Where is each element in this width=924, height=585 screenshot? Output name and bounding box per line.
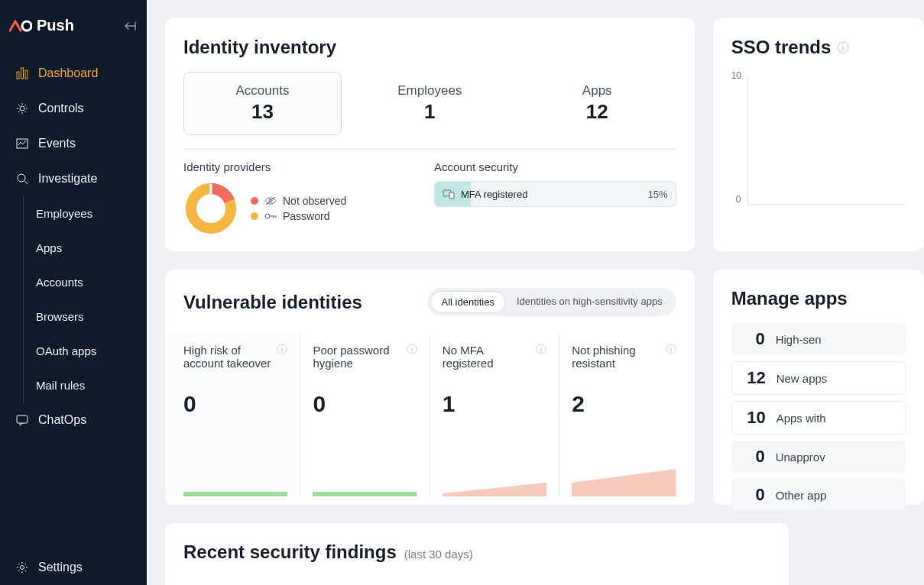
manage-row-high-sensitivity[interactable]: 0High-sen bbox=[731, 323, 906, 355]
sidebar-item-investigate[interactable]: Investigate bbox=[0, 161, 147, 196]
sidebar-item-oauth-apps[interactable]: OAuth apps bbox=[25, 334, 147, 368]
vuln-sparkline bbox=[313, 460, 417, 496]
manage-row-other-apps[interactable]: 0Other app bbox=[731, 479, 906, 511]
vuln-sparkline bbox=[572, 460, 676, 496]
card-title: Manage apps bbox=[731, 288, 906, 309]
logo-mark-icon bbox=[9, 19, 32, 33]
sidebar-item-chatops[interactable]: ChatOps bbox=[0, 402, 147, 438]
vuln-title: Not phishing resistant bbox=[572, 344, 660, 370]
dashboard-icon bbox=[15, 66, 29, 80]
svg-rect-3 bbox=[21, 68, 24, 79]
mfa-bar[interactable]: MFA registered 15% bbox=[434, 181, 676, 207]
toggle-all-identities[interactable]: All identities bbox=[430, 291, 506, 313]
info-icon[interactable] bbox=[536, 344, 546, 354]
sidebar-item-mail-rules[interactable]: Mail rules bbox=[25, 368, 147, 402]
pill-label: All identities bbox=[442, 296, 494, 308]
row-label: New apps bbox=[776, 372, 828, 385]
svg-rect-17 bbox=[17, 415, 28, 423]
legend: Not observed Password bbox=[251, 195, 346, 222]
mfa-pct: 15% bbox=[648, 189, 668, 200]
vuln-value: 1 bbox=[443, 391, 546, 417]
stat-apps[interactable]: Apps 12 bbox=[518, 72, 676, 135]
svg-point-5 bbox=[20, 106, 24, 111]
subnav: Employees Apps Accounts Browsers OAuth a… bbox=[23, 196, 147, 402]
mfa-label: MFA registered bbox=[461, 189, 527, 200]
info-icon[interactable] bbox=[837, 41, 849, 53]
sidebar-item-browsers[interactable]: Browsers bbox=[25, 299, 147, 334]
svg-rect-28 bbox=[449, 192, 454, 199]
vuln-cell-high-risk[interactable]: High risk of account takeover 0 bbox=[165, 335, 300, 496]
info-icon[interactable] bbox=[407, 344, 417, 354]
svg-line-12 bbox=[18, 112, 20, 113]
identity-inventory-card: Identity inventory Accounts 13 Employees… bbox=[165, 18, 695, 251]
svg-line-13 bbox=[25, 105, 27, 106]
card-subtitle: (last 30 days) bbox=[404, 548, 473, 561]
svg-point-44 bbox=[541, 346, 542, 347]
legend-label: Password bbox=[283, 210, 329, 222]
sidebar-item-dashboard[interactable]: Dashboard bbox=[0, 56, 147, 91]
vuln-value: 2 bbox=[572, 391, 676, 417]
svg-rect-2 bbox=[17, 72, 19, 79]
row-label: Other app bbox=[776, 489, 827, 502]
vuln-cell-no-mfa[interactable]: No MFA registered 1 bbox=[430, 335, 559, 496]
stat-accounts[interactable]: Accounts 13 bbox=[183, 72, 342, 135]
key-icon bbox=[264, 211, 277, 221]
sidebar-item-accounts[interactable]: Accounts bbox=[25, 265, 147, 299]
row-num: 10 bbox=[743, 408, 766, 428]
vuln-cell-not-phishing-resistant[interactable]: Not phishing resistant 2 bbox=[559, 335, 694, 496]
toggle-high-sensitivity[interactable]: Identities on high-sensitivity apps bbox=[506, 291, 673, 313]
stat-employees[interactable]: Employees 1 bbox=[351, 72, 509, 135]
nav: Dashboard Controls Events Investigate Em… bbox=[0, 51, 147, 550]
stats-row: Accounts 13 Employees 1 Apps 12 bbox=[183, 72, 676, 135]
sidebar-item-employees[interactable]: Employees bbox=[25, 196, 147, 231]
recent-findings-card: Recent security findings (last 30 days) bbox=[165, 523, 789, 585]
y-tick: 10 bbox=[731, 70, 741, 81]
sidebar-item-controls[interactable]: Controls bbox=[0, 91, 147, 126]
brand-name: Push bbox=[37, 17, 74, 34]
svg-point-0 bbox=[22, 21, 31, 31]
stat-value: 12 bbox=[586, 100, 608, 124]
info-icon[interactable] bbox=[277, 344, 287, 354]
vuln-value: 0 bbox=[313, 391, 417, 417]
vuln-value: 0 bbox=[183, 391, 287, 417]
svg-rect-37 bbox=[183, 492, 287, 496]
sidebar: Push Dashboard Controls Events bbox=[0, 0, 147, 585]
vuln-cell-poor-password[interactable]: Poor password hygiene 0 bbox=[300, 335, 430, 496]
nav-label: ChatOps bbox=[38, 413, 86, 427]
vuln-title: High risk of account takeover bbox=[183, 344, 272, 370]
svg-marker-49 bbox=[572, 469, 676, 496]
nav-label: OAuth apps bbox=[36, 344, 96, 357]
legend-item-password[interactable]: Password bbox=[251, 210, 346, 222]
gear-icon bbox=[15, 561, 29, 574]
manage-row-unapproved[interactable]: 0Unapprov bbox=[731, 441, 906, 473]
legend-dot bbox=[251, 197, 258, 205]
sidebar-item-events[interactable]: Events bbox=[0, 126, 147, 161]
sidebar-item-settings[interactable]: Settings bbox=[0, 550, 147, 585]
collapse-sidebar-icon[interactable] bbox=[124, 21, 136, 31]
sidebar-item-apps[interactable]: Apps bbox=[25, 231, 147, 265]
sso-trends-card: SSO trends 10 0 bbox=[713, 18, 924, 251]
sso-chart: 10 0 bbox=[731, 67, 906, 220]
brand-logo[interactable]: Push bbox=[9, 17, 74, 34]
eye-off-icon bbox=[264, 196, 277, 206]
svg-point-31 bbox=[843, 44, 845, 46]
legend-item-not-observed[interactable]: Not observed bbox=[251, 195, 346, 207]
vulnerable-identities-card: Vulnerable identities All identities Ide… bbox=[165, 270, 695, 505]
stat-label: Accounts bbox=[235, 83, 289, 99]
manage-row-new-apps[interactable]: 12New apps bbox=[731, 361, 906, 395]
section-heading: Identity providers bbox=[183, 160, 404, 173]
svg-rect-4 bbox=[25, 70, 28, 79]
stat-value: 1 bbox=[424, 100, 435, 124]
info-icon[interactable] bbox=[666, 344, 676, 354]
vuln-sparkline bbox=[183, 460, 287, 496]
y-tick: 0 bbox=[736, 194, 741, 205]
vuln-sparkline bbox=[443, 460, 546, 496]
svg-point-36 bbox=[282, 346, 283, 347]
manage-row-apps-with[interactable]: 10Apps with bbox=[731, 401, 906, 435]
section-heading: Account security bbox=[434, 160, 676, 173]
stat-value: 13 bbox=[251, 100, 274, 124]
nav-label: Controls bbox=[38, 102, 84, 115]
svg-point-48 bbox=[670, 346, 671, 347]
stat-label: Apps bbox=[582, 83, 612, 99]
vuln-title: No MFA registered bbox=[443, 344, 531, 370]
